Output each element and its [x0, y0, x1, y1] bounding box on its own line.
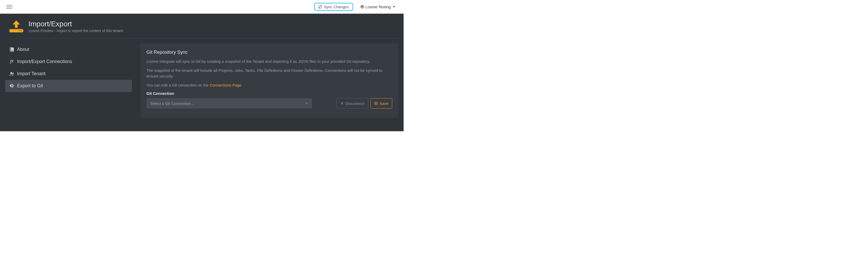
- users-icon: [9, 71, 14, 76]
- panel-paragraph: You can edit a Git connection on the Con…: [147, 82, 392, 89]
- panel-paragraph: Loome Integrate will sync to Git by crea…: [147, 59, 392, 65]
- tenant-dropdown[interactable]: Loome Testing: [361, 5, 395, 9]
- disconnect-label: Disconnect: [345, 101, 365, 106]
- save-button[interactable]: Save: [371, 98, 392, 108]
- save-label: Save: [379, 101, 388, 106]
- globe-icon: [361, 5, 364, 8]
- menu-toggle-button[interactable]: [6, 5, 12, 9]
- plug-icon: [9, 59, 14, 64]
- main-content: Import/Export Loome Preview - Import or …: [0, 14, 404, 131]
- git-icon: [9, 83, 14, 89]
- book-icon: [9, 47, 14, 52]
- sidebar-item-about[interactable]: About: [5, 43, 132, 56]
- page-subtitle: Loome Preview - Import or export the con…: [28, 29, 124, 33]
- disconnect-button[interactable]: Disconnect: [336, 98, 368, 108]
- sidebar-item-connections[interactable]: Import/Export Connections: [5, 56, 132, 68]
- upload-icon: [9, 20, 24, 33]
- git-connection-select[interactable]: Select a Git Connection...: [147, 98, 312, 108]
- page-title: Import/Export: [28, 20, 124, 28]
- save-icon: [374, 102, 378, 105]
- select-placeholder: Select a Git Connection...: [150, 101, 194, 106]
- svg-point-5: [12, 73, 14, 74]
- caret-down-icon: [393, 6, 395, 7]
- sidebar-item-label: Export to Git: [17, 83, 43, 89]
- panel-text: You can edit a Git connection on the: [147, 83, 210, 87]
- svg-point-4: [10, 72, 12, 74]
- sidebar-item-export-git[interactable]: Export to Git: [5, 80, 132, 92]
- settings-sidebar: About Import/Export Connections Import T…: [5, 43, 132, 118]
- git-connection-label: Git Connection: [147, 91, 392, 96]
- panel-title: Git Repository Sync: [147, 49, 392, 55]
- close-icon: [340, 102, 344, 105]
- sync-icon: [318, 5, 322, 9]
- git-sync-panel: Git Repository Sync Loome Integrate will…: [140, 43, 398, 118]
- topbar: Sync Changes Loome Testing: [0, 0, 404, 14]
- svg-point-2: [19, 30, 20, 31]
- tenant-label: Loome Testing: [366, 5, 391, 9]
- chevron-down-icon: [305, 102, 308, 105]
- sidebar-item-import-tenant[interactable]: Import Tenant: [5, 68, 132, 80]
- panel-paragraph: The snapshot of the tenant will include …: [147, 68, 392, 79]
- svg-point-3: [21, 30, 22, 31]
- sidebar-item-label: About: [17, 47, 29, 52]
- connections-page-link[interactable]: Connections Page: [210, 83, 242, 87]
- sync-changes-label: Sync Changes: [324, 5, 349, 9]
- sync-changes-button[interactable]: Sync Changes: [314, 3, 353, 11]
- sidebar-item-label: Import Tenant: [17, 71, 45, 76]
- sidebar-item-label: Import/Export Connections: [17, 59, 72, 64]
